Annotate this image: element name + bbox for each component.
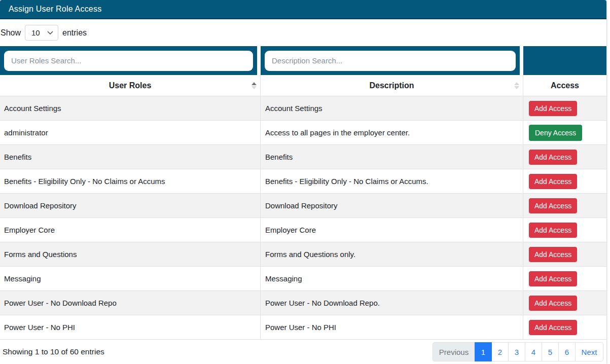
access-button[interactable]: Deny Access: [529, 125, 582, 141]
description-cell: Account Settings: [261, 96, 523, 120]
table-header-row: User Roles Description Access: [0, 75, 606, 96]
access-button[interactable]: Add Access: [529, 101, 577, 116]
role-cell: administrator: [0, 121, 261, 144]
access-button[interactable]: Add Access: [529, 174, 577, 189]
description-cell: Power User - No Download Repo.: [261, 291, 523, 315]
table-row: Download Repository Download Repository …: [0, 194, 606, 218]
table-row: Forms and Questions Forms and Questions …: [0, 242, 606, 267]
access-button[interactable]: Add Access: [529, 247, 577, 262]
table-row: Benefits Benefits Add Access: [0, 145, 606, 169]
access-cell: Add Access: [523, 145, 606, 169]
page-button-5[interactable]: 5: [542, 342, 559, 361]
table-row: Benefits - Eligibility Only - No Claims …: [0, 169, 606, 194]
table-row: Account Settings Account Settings Add Ac…: [0, 96, 606, 121]
table-footer: Showing 1 to 10 of 60 entries Previous 1…: [0, 340, 606, 364]
page-title: Assign User Role Access: [9, 5, 101, 14]
user-roles-header-label: User Roles: [109, 81, 152, 90]
access-button[interactable]: Add Access: [529, 150, 577, 165]
user-roles-search-cell: [0, 46, 261, 75]
page-button-1[interactable]: 1: [475, 342, 492, 361]
access-cell: Add Access: [523, 267, 606, 290]
column-header-access: Access: [523, 75, 606, 96]
page-size-select[interactable]: 10: [25, 25, 58, 41]
access-button[interactable]: Add Access: [529, 223, 577, 238]
entries-label: entries: [62, 28, 87, 38]
role-cell: Benefits: [0, 145, 261, 169]
access-button[interactable]: Add Access: [529, 198, 577, 213]
access-cell: Add Access: [523, 96, 606, 120]
page-button-4[interactable]: 4: [525, 342, 542, 361]
table-row: Messaging Messaging Add Access: [0, 267, 606, 291]
access-cell: Add Access: [523, 169, 606, 193]
role-cell: Power User - No Download Repo: [0, 291, 261, 315]
access-cell: Deny Access: [523, 121, 606, 144]
table-row: Employer Core Employer Core Add Access: [0, 218, 606, 242]
access-cell: Add Access: [523, 291, 606, 315]
role-cell: Messaging: [0, 267, 261, 290]
description-cell: Benefits - Eligibility Only - No Claims …: [261, 169, 523, 193]
panel-header: Assign User Role Access: [0, 0, 606, 19]
previous-page-button[interactable]: Previous: [433, 342, 475, 361]
access-cell: Add Access: [523, 315, 606, 339]
access-search-cell: [523, 46, 606, 75]
description-cell: Benefits: [261, 145, 523, 169]
description-header-label: Description: [369, 81, 414, 90]
page-button-3[interactable]: 3: [508, 342, 525, 361]
page-button-2[interactable]: 2: [491, 342, 509, 361]
access-button[interactable]: Add Access: [529, 296, 577, 311]
role-cell: Account Settings: [0, 96, 261, 120]
column-header-description[interactable]: Description: [261, 75, 523, 96]
sort-asc-icon: [252, 82, 257, 89]
role-cell: Employer Core: [0, 218, 261, 242]
page-size-value: 10: [31, 28, 40, 37]
description-cell: Employer Core: [261, 218, 523, 242]
length-control: Show 10 entries: [0, 19, 606, 46]
column-header-user-roles[interactable]: User Roles: [0, 75, 261, 96]
sort-both-icon: [514, 82, 519, 89]
description-search-input[interactable]: [265, 51, 516, 71]
description-cell: Forms and Questions only.: [261, 242, 523, 266]
description-search-cell: [261, 46, 523, 75]
chevron-down-icon: [47, 31, 53, 35]
status-text: Showing 1 to 10 of 60 entries: [3, 347, 104, 356]
access-button[interactable]: Add Access: [529, 271, 577, 286]
role-cell: Benefits - Eligibility Only - No Claims …: [0, 169, 261, 193]
next-page-button[interactable]: Next: [575, 342, 603, 361]
role-cell: Forms and Questions: [0, 242, 261, 266]
description-cell: Messaging: [261, 267, 523, 290]
role-cell: Download Repository: [0, 194, 261, 217]
user-roles-search-input[interactable]: [4, 51, 253, 71]
access-cell: Add Access: [523, 194, 606, 217]
description-cell: Access to all pages in the employer cent…: [261, 121, 523, 144]
table-row: Power User - No Download Repo Power User…: [0, 291, 606, 315]
search-row: [0, 46, 606, 75]
table-body: Account Settings Account Settings Add Ac…: [0, 96, 606, 340]
table-row: administrator Access to all pages in the…: [0, 121, 606, 145]
assign-user-role-access-panel: Assign User Role Access Show 10 entries …: [0, 0, 606, 364]
pagination: Previous 123456 Next: [433, 342, 603, 361]
show-label: Show: [1, 28, 21, 38]
page-button-6[interactable]: 6: [558, 342, 576, 361]
access-cell: Add Access: [523, 218, 606, 242]
access-cell: Add Access: [523, 242, 606, 266]
description-cell: Power User - No PHI: [261, 315, 523, 339]
access-header-label: Access: [551, 81, 579, 90]
role-cell: Power User - No PHI: [0, 315, 261, 339]
description-cell: Download Repository: [261, 194, 523, 217]
access-button[interactable]: Add Access: [529, 320, 577, 335]
table-row: Power User - No PHI Power User - No PHI …: [0, 315, 606, 340]
